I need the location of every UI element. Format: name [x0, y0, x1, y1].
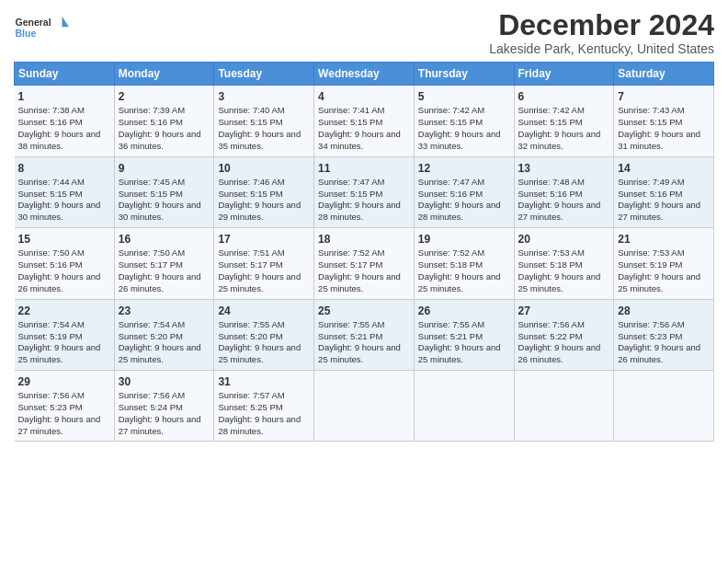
calendar-cell: 26Sunrise: 7:55 AMSunset: 5:21 PMDayligh… — [414, 299, 514, 370]
sunset-label: Sunset: 5:16 PM — [119, 117, 183, 127]
daylight-label: Daylight: 9 hours and 27 minutes. — [18, 414, 101, 436]
daylight-label: Daylight: 9 hours and 28 minutes. — [218, 414, 301, 436]
daylight-label: Daylight: 9 hours and 26 minutes. — [119, 271, 201, 293]
day-number: 15 — [18, 232, 110, 247]
calendar-cell: 6Sunrise: 7:42 AMSunset: 5:15 PMDaylight… — [514, 86, 614, 156]
sunrise-label: Sunrise: 7:39 AM — [119, 105, 185, 115]
calendar-cell: 22Sunrise: 7:54 AMSunset: 5:19 PMDayligh… — [15, 299, 115, 370]
sunset-label: Sunset: 5:16 PM — [18, 117, 83, 127]
col-friday: Friday — [514, 63, 614, 86]
day-number: 1 — [18, 89, 110, 104]
calendar-cell: 1Sunrise: 7:38 AMSunset: 5:16 PMDaylight… — [15, 86, 115, 156]
daylight-label: Daylight: 9 hours and 26 minutes. — [518, 342, 601, 364]
daylight-label: Daylight: 9 hours and 27 minutes. — [618, 200, 700, 222]
sunset-label: Sunset: 5:19 PM — [18, 331, 83, 341]
day-number: 2 — [119, 89, 210, 104]
daylight-label: Daylight: 9 hours and 25 minutes. — [418, 342, 501, 364]
day-number: 17 — [218, 232, 310, 247]
calendar-cell: 25Sunrise: 7:55 AMSunset: 5:21 PMDayligh… — [314, 299, 415, 370]
calendar-cell: 11Sunrise: 7:47 AMSunset: 5:15 PMDayligh… — [314, 156, 415, 227]
day-number: 7 — [618, 89, 710, 104]
sunrise-label: Sunrise: 7:56 AM — [618, 319, 684, 329]
sunset-label: Sunset: 5:15 PM — [318, 117, 382, 127]
sunrise-label: Sunrise: 7:55 AM — [418, 319, 484, 329]
day-number: 24 — [218, 304, 310, 318]
calendar-cell: 27Sunrise: 7:56 AMSunset: 5:22 PMDayligh… — [514, 299, 614, 370]
calendar-cell: 16Sunrise: 7:50 AMSunset: 5:17 PMDayligh… — [114, 228, 214, 299]
sunset-label: Sunset: 5:23 PM — [618, 331, 682, 341]
col-saturday: Saturday — [614, 63, 714, 86]
sunset-label: Sunset: 5:17 PM — [119, 259, 183, 270]
calendar-cell: 10Sunrise: 7:46 AMSunset: 5:15 PMDayligh… — [214, 156, 314, 227]
daylight-label: Daylight: 9 hours and 32 minutes. — [518, 129, 601, 151]
calendar-cell: 24Sunrise: 7:55 AMSunset: 5:20 PMDayligh… — [214, 299, 314, 370]
col-sunday: Sunday — [15, 63, 115, 86]
daylight-label: Daylight: 9 hours and 30 minutes. — [119, 200, 201, 222]
day-number: 30 — [119, 374, 210, 389]
day-number: 22 — [18, 304, 110, 318]
sunrise-label: Sunrise: 7:51 AM — [218, 247, 284, 258]
calendar-table: Sunday Monday Tuesday Wednesday Thursday… — [14, 62, 714, 442]
calendar-week-row: 29Sunrise: 7:56 AMSunset: 5:23 PMDayligh… — [15, 370, 714, 441]
sunset-label: Sunset: 5:20 PM — [218, 331, 282, 341]
calendar-cell: 29Sunrise: 7:56 AMSunset: 5:23 PMDayligh… — [15, 370, 115, 441]
logo-svg: General Blue — [14, 9, 69, 46]
day-number: 10 — [218, 161, 310, 176]
calendar-cell: 30Sunrise: 7:56 AMSunset: 5:24 PMDayligh… — [114, 370, 214, 441]
calendar-cell: 12Sunrise: 7:47 AMSunset: 5:16 PMDayligh… — [414, 156, 514, 227]
calendar-cell: 17Sunrise: 7:51 AMSunset: 5:17 PMDayligh… — [214, 228, 314, 299]
day-number: 16 — [119, 232, 210, 247]
sunset-label: Sunset: 5:24 PM — [119, 402, 183, 412]
calendar-cell: 4Sunrise: 7:41 AMSunset: 5:15 PMDaylight… — [314, 86, 415, 156]
day-number: 27 — [518, 304, 610, 318]
day-number: 5 — [418, 89, 510, 104]
sunrise-label: Sunrise: 7:56 AM — [518, 319, 585, 329]
sunrise-label: Sunrise: 7:54 AM — [119, 319, 185, 329]
calendar-header: Sunday Monday Tuesday Wednesday Thursday… — [15, 63, 714, 86]
day-number: 25 — [318, 304, 410, 318]
daylight-label: Daylight: 9 hours and 26 minutes. — [618, 342, 700, 364]
svg-text:Blue: Blue — [16, 28, 37, 39]
daylight-label: Daylight: 9 hours and 28 minutes. — [418, 200, 501, 222]
sunrise-label: Sunrise: 7:50 AM — [119, 247, 185, 258]
day-number: 29 — [18, 374, 110, 389]
subtitle: Lakeside Park, Kentucky, United States — [489, 41, 714, 56]
daylight-label: Daylight: 9 hours and 25 minutes. — [119, 342, 201, 364]
sunrise-label: Sunrise: 7:47 AM — [318, 177, 384, 187]
day-number: 8 — [18, 161, 110, 176]
day-number: 21 — [618, 232, 710, 247]
sunrise-label: Sunrise: 7:55 AM — [318, 319, 384, 329]
sunset-label: Sunset: 5:15 PM — [218, 117, 282, 127]
sunset-label: Sunset: 5:16 PM — [618, 189, 682, 199]
calendar-cell — [314, 370, 415, 441]
daylight-label: Daylight: 9 hours and 25 minutes. — [318, 271, 401, 293]
sunset-label: Sunset: 5:16 PM — [418, 189, 483, 199]
day-number: 11 — [318, 161, 410, 176]
day-number: 19 — [418, 232, 510, 247]
daylight-label: Daylight: 9 hours and 25 minutes. — [218, 342, 301, 364]
daylight-label: Daylight: 9 hours and 38 minutes. — [18, 129, 101, 151]
sunset-label: Sunset: 5:17 PM — [318, 259, 382, 270]
daylight-label: Daylight: 9 hours and 25 minutes. — [618, 271, 700, 293]
daylight-label: Daylight: 9 hours and 31 minutes. — [618, 129, 700, 151]
calendar-week-row: 15Sunrise: 7:50 AMSunset: 5:16 PMDayligh… — [15, 228, 714, 299]
sunrise-label: Sunrise: 7:42 AM — [418, 105, 484, 115]
daylight-label: Daylight: 9 hours and 25 minutes. — [318, 342, 401, 364]
calendar-cell: 5Sunrise: 7:42 AMSunset: 5:15 PMDaylight… — [414, 86, 514, 156]
daylight-label: Daylight: 9 hours and 33 minutes. — [418, 129, 501, 151]
day-number: 13 — [518, 161, 610, 176]
sunset-label: Sunset: 5:17 PM — [218, 259, 282, 270]
day-number: 28 — [618, 304, 710, 318]
sunrise-label: Sunrise: 7:54 AM — [18, 319, 85, 329]
sunrise-label: Sunrise: 7:55 AM — [218, 319, 284, 329]
sunset-label: Sunset: 5:15 PM — [618, 117, 682, 127]
day-number: 23 — [119, 304, 210, 318]
daylight-label: Daylight: 9 hours and 30 minutes. — [18, 200, 101, 222]
daylight-label: Daylight: 9 hours and 28 minutes. — [318, 200, 401, 222]
header: General Blue December 2024 Lakeside Park… — [14, 9, 714, 56]
calendar-cell: 3Sunrise: 7:40 AMSunset: 5:15 PMDaylight… — [214, 86, 314, 156]
sunrise-label: Sunrise: 7:56 AM — [119, 390, 185, 400]
sunrise-label: Sunrise: 7:53 AM — [518, 247, 585, 258]
calendar-cell: 19Sunrise: 7:52 AMSunset: 5:18 PMDayligh… — [414, 228, 514, 299]
sunset-label: Sunset: 5:22 PM — [518, 331, 583, 341]
